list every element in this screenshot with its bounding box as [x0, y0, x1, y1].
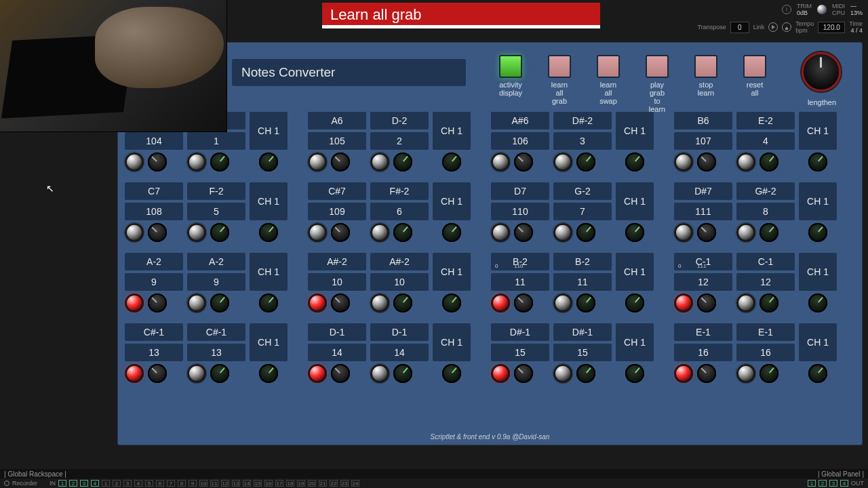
- green-knob[interactable]: [625, 293, 644, 312]
- channel-marker[interactable]: 1: [102, 480, 110, 487]
- led-knob[interactable]: [125, 223, 144, 242]
- recorder-label[interactable]: Recorder: [12, 480, 37, 487]
- green-knob[interactable]: [760, 152, 778, 171]
- dark-knob[interactable]: [697, 152, 716, 171]
- channel-marker[interactable]: 3: [80, 480, 88, 487]
- channel-marker[interactable]: 23: [340, 480, 349, 487]
- note-name[interactable]: A-2: [187, 253, 245, 270]
- note-name[interactable]: C#-1: [125, 323, 183, 341]
- led-knob[interactable]: [553, 223, 572, 242]
- channel-marker[interactable]: 2: [69, 480, 77, 487]
- channel-marker[interactable]: 2: [113, 480, 121, 487]
- note-value[interactable]: 110: [491, 203, 549, 220]
- dark-knob[interactable]: [148, 152, 167, 171]
- channel-marker[interactable]: 3: [829, 480, 837, 487]
- note-value[interactable]: 10: [308, 273, 366, 291]
- dark-knob[interactable]: [514, 293, 533, 312]
- channel-marker[interactable]: 11: [210, 480, 218, 487]
- channel-marker[interactable]: 4: [91, 480, 99, 487]
- led-knob[interactable]: [674, 223, 693, 242]
- square-button[interactable]: [646, 55, 669, 78]
- channel-marker[interactable]: 19: [297, 480, 305, 487]
- note-value[interactable]: 111: [674, 203, 732, 220]
- channel-marker[interactable]: 5: [145, 480, 153, 487]
- led-knob[interactable]: [736, 293, 755, 312]
- dark-knob[interactable]: [697, 293, 716, 312]
- green-knob[interactable]: [393, 293, 412, 312]
- channel-marker[interactable]: 12: [221, 480, 229, 487]
- channel-marker[interactable]: 10: [199, 480, 208, 487]
- led-knob[interactable]: [308, 223, 327, 242]
- led-knob[interactable]: [736, 364, 755, 383]
- channel-cell[interactable]: CH 1: [799, 182, 837, 220]
- note-name[interactable]: D-1: [308, 323, 366, 341]
- note-value[interactable]: 15: [491, 344, 549, 361]
- led-knob[interactable]: [674, 152, 693, 171]
- channel-cell[interactable]: CH 1: [799, 253, 837, 291]
- note-name[interactable]: E-1: [736, 323, 795, 341]
- channel-marker[interactable]: 24: [351, 480, 359, 487]
- note-value[interactable]: 11: [491, 273, 549, 291]
- dark-knob[interactable]: [148, 364, 167, 383]
- status-left[interactable]: | Global Rackspace |: [0, 470, 66, 478]
- green-knob[interactable]: [259, 293, 278, 312]
- info-icon[interactable]: !: [782, 5, 791, 14]
- led-knob[interactable]: [553, 152, 572, 171]
- green-knob[interactable]: [210, 152, 229, 171]
- channel-marker[interactable]: 9: [189, 480, 197, 487]
- note-value[interactable]: 14: [308, 344, 366, 361]
- green-knob[interactable]: [393, 223, 412, 242]
- note-name[interactable]: D-1: [370, 323, 429, 341]
- record-icon[interactable]: [4, 481, 9, 486]
- channel-marker[interactable]: 22: [330, 480, 338, 487]
- channel-cell[interactable]: CH 1: [250, 112, 288, 150]
- note-value[interactable]: 10: [370, 273, 429, 291]
- led-knob[interactable]: [125, 293, 144, 312]
- note-value[interactable]: 14: [370, 344, 429, 361]
- square-button[interactable]: [743, 55, 766, 78]
- note-value[interactable]: 6: [370, 203, 429, 220]
- channel-cell[interactable]: CH 1: [250, 323, 288, 361]
- dark-knob[interactable]: [331, 293, 350, 312]
- channel-cell[interactable]: CH 1: [250, 253, 288, 291]
- channel-cell[interactable]: CH 1: [433, 182, 471, 220]
- note-name[interactable]: D#7: [674, 182, 732, 200]
- note-value[interactable]: 9: [125, 273, 183, 291]
- note-name[interactable]: A6: [308, 112, 366, 129]
- led-knob[interactable]: [308, 293, 327, 312]
- square-button[interactable]: [499, 55, 522, 78]
- note-name[interactable]: C-1: [736, 253, 795, 270]
- channel-marker[interactable]: 21: [319, 480, 327, 487]
- note-name[interactable]: D#-1: [491, 323, 549, 341]
- channel-marker[interactable]: 2: [818, 480, 827, 487]
- channel-marker[interactable]: 18: [286, 480, 294, 487]
- note-value[interactable]: 2: [370, 132, 429, 150]
- led-knob[interactable]: [370, 293, 389, 312]
- note-name[interactable]: D7: [491, 182, 549, 200]
- led-knob[interactable]: [674, 364, 693, 383]
- transpose-value[interactable]: 0: [730, 22, 749, 33]
- channel-cell[interactable]: CH 1: [616, 253, 654, 291]
- channel-cell[interactable]: CH 1: [433, 253, 471, 291]
- status-right[interactable]: | Global Panel |: [818, 470, 868, 478]
- note-value[interactable]: 9: [187, 273, 245, 291]
- note-name[interactable]: A#-2: [308, 253, 366, 270]
- note-name[interactable]: E-2: [736, 112, 795, 129]
- led-knob[interactable]: [370, 364, 389, 383]
- green-knob[interactable]: [442, 152, 461, 171]
- dark-knob[interactable]: [148, 293, 167, 312]
- dark-knob[interactable]: [514, 223, 533, 242]
- led-knob[interactable]: [553, 293, 572, 312]
- green-knob[interactable]: [576, 223, 595, 242]
- green-knob[interactable]: [576, 152, 595, 171]
- led-knob[interactable]: [187, 293, 206, 312]
- dark-knob[interactable]: [148, 223, 167, 242]
- led-knob[interactable]: [736, 152, 755, 171]
- square-button[interactable]: [597, 55, 620, 78]
- channel-marker[interactable]: 3: [123, 480, 132, 487]
- green-knob[interactable]: [210, 223, 229, 242]
- green-knob[interactable]: [625, 152, 644, 171]
- led-knob[interactable]: [491, 223, 510, 242]
- channel-cell[interactable]: CH 1: [433, 323, 471, 361]
- green-knob[interactable]: [808, 364, 827, 383]
